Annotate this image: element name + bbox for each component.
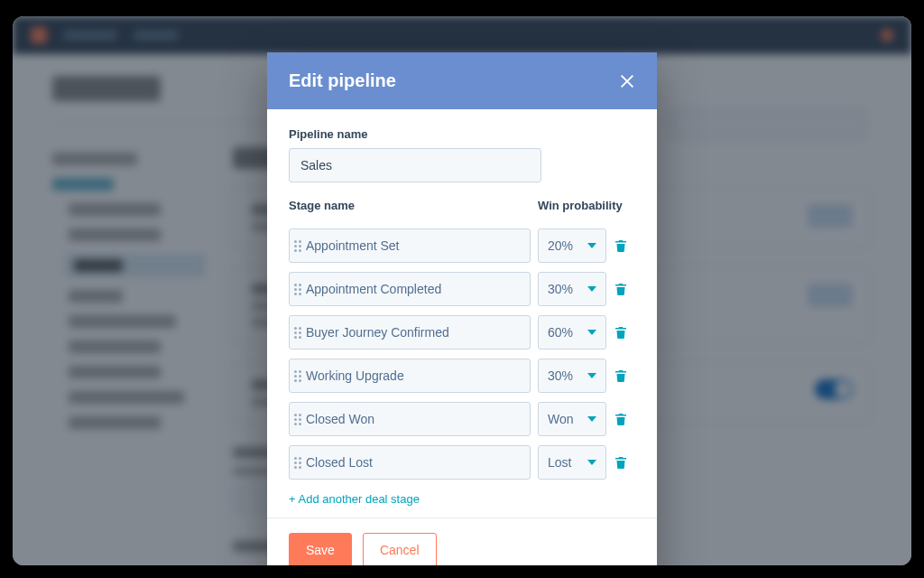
- device-frame: Edit pipeline Pipeline name Stage name W…: [0, 0, 924, 578]
- stage-row: 30%: [289, 359, 635, 393]
- stage-rows-container: 20%30%60%30%WonLost: [289, 228, 635, 480]
- pipeline-name-input[interactable]: [289, 148, 541, 182]
- stage-name-field: [289, 402, 531, 436]
- win-probability-select[interactable]: Lost: [538, 445, 606, 480]
- win-probability-select[interactable]: 60%: [538, 315, 606, 350]
- win-probability-select[interactable]: 30%: [538, 272, 606, 306]
- win-probability-select[interactable]: 20%: [538, 228, 606, 263]
- modal-footer: Save Cancel: [267, 517, 657, 565]
- save-button[interactable]: Save: [289, 533, 352, 565]
- delete-stage-icon[interactable]: [614, 325, 628, 340]
- stage-name-field: [289, 228, 531, 263]
- stage-name-column-label: Stage name: [289, 199, 538, 212]
- stage-row: 20%: [289, 228, 635, 263]
- chevron-down-icon: [587, 460, 596, 465]
- drag-handle-icon[interactable]: [290, 370, 306, 382]
- win-probability-select[interactable]: 30%: [538, 359, 606, 393]
- stage-name-field: [289, 445, 531, 480]
- close-icon[interactable]: [619, 73, 635, 89]
- stage-name-field: [289, 359, 531, 393]
- win-probability-value: Won: [548, 412, 574, 426]
- drag-handle-icon[interactable]: [290, 414, 306, 425]
- win-probability-value: Lost: [548, 455, 571, 470]
- delete-stage-icon[interactable]: [614, 455, 628, 470]
- stage-name-input[interactable]: [306, 229, 530, 262]
- modal-title: Edit pipeline: [289, 70, 396, 91]
- stage-row: 60%: [289, 315, 635, 350]
- win-probability-value: 20%: [548, 238, 573, 253]
- app-window: Edit pipeline Pipeline name Stage name W…: [13, 16, 911, 565]
- stage-row: Won: [289, 402, 635, 436]
- drag-handle-icon[interactable]: [290, 327, 306, 339]
- modal-overlay: Edit pipeline Pipeline name Stage name W…: [13, 16, 911, 565]
- delete-stage-icon[interactable]: [614, 412, 628, 426]
- stage-name-input[interactable]: [306, 359, 530, 392]
- add-stage-link[interactable]: + Add another deal stage: [289, 492, 420, 506]
- chevron-down-icon: [587, 416, 596, 422]
- win-probability-value: 60%: [548, 325, 573, 340]
- stage-name-input[interactable]: [306, 446, 530, 479]
- drag-handle-icon[interactable]: [290, 284, 306, 295]
- stage-name-field: [289, 315, 531, 350]
- stage-name-input[interactable]: [306, 273, 530, 305]
- modal-body: Pipeline name Stage name Win probability…: [267, 109, 657, 517]
- modal-header: Edit pipeline: [267, 52, 657, 109]
- stage-row: Lost: [289, 445, 635, 480]
- win-probability-value: 30%: [548, 282, 573, 296]
- stage-name-input[interactable]: [306, 403, 530, 435]
- stage-name-input[interactable]: [306, 316, 530, 349]
- chevron-down-icon: [587, 330, 596, 335]
- stage-name-field: [289, 272, 531, 306]
- drag-handle-icon[interactable]: [290, 240, 306, 252]
- delete-stage-icon[interactable]: [614, 368, 628, 383]
- win-probability-column-label: Win probability: [538, 199, 635, 212]
- cancel-button[interactable]: Cancel: [363, 533, 437, 565]
- chevron-down-icon: [587, 243, 596, 248]
- stage-row: 30%: [289, 272, 635, 306]
- delete-stage-icon[interactable]: [614, 238, 628, 253]
- chevron-down-icon: [587, 373, 596, 378]
- drag-handle-icon[interactable]: [290, 457, 306, 469]
- win-probability-value: 30%: [548, 368, 573, 383]
- edit-pipeline-modal: Edit pipeline Pipeline name Stage name W…: [267, 52, 657, 565]
- pipeline-name-label: Pipeline name: [289, 127, 635, 141]
- delete-stage-icon[interactable]: [614, 282, 628, 296]
- chevron-down-icon: [587, 286, 596, 292]
- win-probability-select[interactable]: Won: [538, 402, 606, 436]
